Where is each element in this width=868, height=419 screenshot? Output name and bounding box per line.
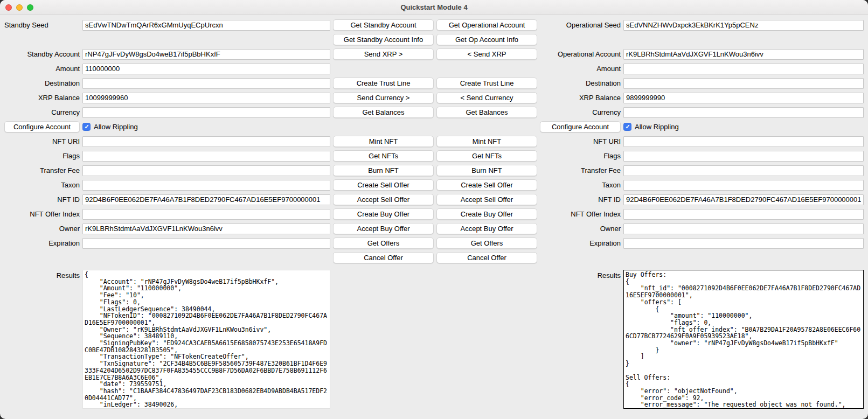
operational-owner-field[interactable] <box>623 224 864 234</box>
row-xrp-balance: XRP Balance Send Currency > < Send Curre… <box>4 90 864 105</box>
operational-flags-field[interactable] <box>623 151 864 162</box>
operational-account-field[interactable] <box>623 49 864 60</box>
operational-xrp-balance-label: XRP Balance <box>540 94 621 102</box>
standby-nft-id-label: NFT ID <box>4 195 80 204</box>
get-standby-account-button[interactable]: Get Standby Account <box>333 19 434 31</box>
row-seed: Standby Seed Get Standby Account Get Ope… <box>4 18 864 32</box>
operational-xrp-balance-field[interactable] <box>623 93 864 103</box>
cancel-offer-operational-button[interactable]: Cancel Offer <box>436 252 537 263</box>
standby-currency-field[interactable] <box>82 107 330 118</box>
get-nfts-standby-button[interactable]: Get NFTs <box>333 150 434 162</box>
send-xrp-standby-button[interactable]: Send XRP > <box>333 48 434 60</box>
row-flags: Flags Get NFTs Get NFTs Flags <box>4 149 864 163</box>
operational-seed-field[interactable] <box>623 20 864 31</box>
create-trust-line-standby-button[interactable]: Create Trust Line <box>333 78 434 89</box>
standby-taxon-field[interactable] <box>82 180 330 191</box>
operational-transfer-fee-label: Transfer Fee <box>540 166 621 174</box>
get-balances-operational-button[interactable]: Get Balances <box>436 107 537 118</box>
standby-account-field[interactable] <box>82 49 330 60</box>
accept-sell-offer-operational-button[interactable]: Accept Sell Offer <box>436 194 537 205</box>
row-nft-offer-index: NFT Offer Index Create Buy Offer Create … <box>4 207 864 221</box>
operational-transfer-fee-field[interactable] <box>623 165 864 176</box>
standby-transfer-fee-label: Transfer Fee <box>4 166 80 174</box>
get-standby-account-info-button[interactable]: Get Standby Account Info <box>333 34 434 45</box>
allow-rippling-standby-checkbox[interactable] <box>82 123 91 131</box>
operational-account-label: Operational Account <box>540 50 621 58</box>
standby-account-label: Standby Account <box>4 50 80 58</box>
row-expiration: Expiration Get Offers Get Offers Expirat… <box>4 236 864 250</box>
accept-sell-offer-standby-button[interactable]: Accept Sell Offer <box>333 194 434 205</box>
minimize-window-icon[interactable] <box>16 4 23 11</box>
standby-nft-offer-index-label: NFT Offer Index <box>4 210 80 218</box>
standby-amount-field[interactable] <box>82 64 330 74</box>
standby-transfer-fee-field[interactable] <box>82 165 330 176</box>
burn-nft-standby-button[interactable]: Burn NFT <box>333 165 434 176</box>
mint-nft-standby-button[interactable]: Mint NFT <box>333 136 434 147</box>
standby-expiration-field[interactable] <box>82 238 330 249</box>
allow-rippling-standby-label: Allow Rippling <box>94 123 138 131</box>
standby-currency-label: Currency <box>4 108 80 116</box>
operational-taxon-label: Taxon <box>540 181 621 189</box>
standby-expiration-label: Expiration <box>4 239 80 247</box>
operational-destination-label: Destination <box>540 79 621 87</box>
operational-currency-field[interactable] <box>623 107 864 118</box>
get-nfts-operational-button[interactable]: Get NFTs <box>436 150 537 162</box>
create-sell-offer-standby-button[interactable]: Create Sell Offer <box>333 179 434 191</box>
configure-account-standby-button[interactable]: Configure Account <box>4 121 80 132</box>
standby-nft-id-field[interactable] <box>82 194 330 205</box>
operational-destination-field[interactable] <box>623 78 864 89</box>
standby-results-text: { "Account": "rNP47gJFvDyW8gsDo4weB17if5… <box>83 270 330 409</box>
row-results: Results { "Account": "rNP47gJFvDyW8gsDo4… <box>4 270 864 409</box>
row-nft-id: NFT ID Accept Sell Offer Accept Sell Off… <box>4 192 864 207</box>
configure-account-operational-button[interactable]: Configure Account <box>540 121 621 132</box>
row-account-info: Get Standby Account Info Get Op Account … <box>4 32 864 47</box>
send-xrp-operational-button[interactable]: < Send XRP <box>436 48 537 60</box>
close-window-icon[interactable] <box>5 4 12 11</box>
operational-owner-label: Owner <box>540 225 621 233</box>
operational-nft-uri-field[interactable] <box>623 136 864 147</box>
accept-buy-offer-operational-button[interactable]: Accept Buy Offer <box>436 223 537 234</box>
operational-nft-offer-index-field[interactable] <box>623 209 864 220</box>
mint-nft-operational-button[interactable]: Mint NFT <box>436 136 537 147</box>
standby-flags-field[interactable] <box>82 151 330 162</box>
create-sell-offer-operational-button[interactable]: Create Sell Offer <box>436 179 537 191</box>
operational-results-label: Results <box>540 270 621 280</box>
zoom-window-icon[interactable] <box>27 4 33 11</box>
operational-amount-label: Amount <box>540 65 621 73</box>
operational-expiration-label: Expiration <box>540 239 621 247</box>
get-offers-standby-button[interactable]: Get Offers <box>333 238 434 249</box>
operational-seed-label: Operational Seed <box>540 21 621 29</box>
standby-xrp-balance-field[interactable] <box>82 93 330 103</box>
operational-results-box[interactable]: Buy Offers: { "nft_id": "0008271092D4B6F… <box>623 270 864 409</box>
allow-rippling-operational-checkbox[interactable] <box>623 123 631 131</box>
standby-results-box[interactable]: { "Account": "rNP47gJFvDyW8gsDo4weB17if5… <box>82 270 330 409</box>
get-balances-standby-button[interactable]: Get Balances <box>333 107 434 118</box>
create-buy-offer-operational-button[interactable]: Create Buy Offer <box>436 208 537 220</box>
row-destination: Destination Create Trust Line Create Tru… <box>4 76 864 90</box>
operational-amount-field[interactable] <box>623 64 864 74</box>
app-window: Quickstart Module 4 Standby Seed Get Sta… <box>0 0 868 419</box>
operational-results-text: Buy Offers: { "nft_id": "0008271092D4B6F… <box>624 270 863 409</box>
standby-nft-offer-index-field[interactable] <box>82 209 330 220</box>
get-offers-operational-button[interactable]: Get Offers <box>436 238 537 249</box>
burn-nft-operational-button[interactable]: Burn NFT <box>436 165 537 176</box>
standby-owner-field[interactable] <box>82 224 330 234</box>
standby-destination-field[interactable] <box>82 78 330 89</box>
send-currency-operational-button[interactable]: < Send Currency <box>436 92 537 103</box>
send-currency-standby-button[interactable]: Send Currency > <box>333 92 434 103</box>
standby-nft-uri-field[interactable] <box>82 136 330 147</box>
get-operational-account-button[interactable]: Get Operational Account <box>436 19 537 31</box>
titlebar: Quickstart Module 4 <box>0 0 868 15</box>
row-currency: Currency Get Balances Get Balances Curre… <box>4 105 864 120</box>
create-trust-line-operational-button[interactable]: Create Trust Line <box>436 78 537 89</box>
operational-taxon-field[interactable] <box>623 180 864 191</box>
create-buy-offer-standby-button[interactable]: Create Buy Offer <box>333 208 434 220</box>
standby-seed-field[interactable] <box>82 20 330 31</box>
row-transfer-fee: Transfer Fee Burn NFT Burn NFT Transfer … <box>4 163 864 178</box>
operational-nft-id-field[interactable] <box>623 194 864 205</box>
accept-buy-offer-standby-button[interactable]: Accept Buy Offer <box>333 223 434 234</box>
operational-expiration-field[interactable] <box>623 238 864 249</box>
get-op-account-info-button[interactable]: Get Op Account Info <box>436 34 537 45</box>
standby-results-label: Results <box>4 270 80 280</box>
cancel-offer-standby-button[interactable]: Cancel Offer <box>333 252 434 263</box>
